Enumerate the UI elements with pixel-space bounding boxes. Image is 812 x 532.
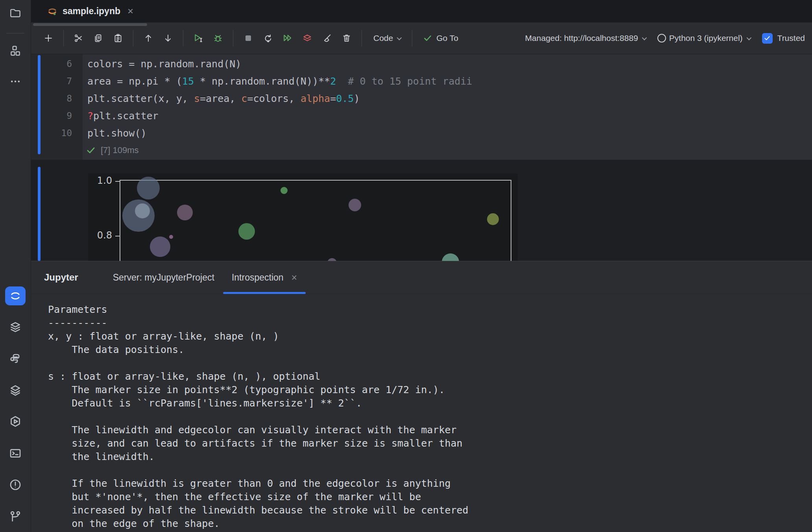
y-tick-label: 1.0 (88, 175, 112, 186)
debug-cell-button[interactable] (210, 31, 225, 46)
close-tab-icon[interactable]: × (292, 272, 297, 283)
add-cell-button[interactable] (41, 31, 56, 46)
chevron-down-icon (642, 35, 647, 40)
notebook-toolbar: Code Go To Managed: http://localhost:888… (31, 22, 812, 54)
copy-cell-button[interactable] (91, 31, 106, 46)
python-packages-icon[interactable] (5, 349, 26, 368)
check-icon (423, 33, 432, 43)
code-text: plt.scatter(x, y, s=area, c=colors, alph… (72, 93, 360, 104)
version-control-icon[interactable] (5, 507, 26, 526)
jupyter-tool-window: Jupyter Server: myJupyterProject Introsp… (31, 261, 812, 532)
sidebar-divider (6, 33, 24, 33)
problems-icon[interactable] (5, 475, 26, 494)
scatter-bubble (135, 203, 150, 218)
trusted-label: Trusted (777, 33, 805, 43)
scatter-bubble (177, 205, 193, 220)
clear-outputs-button[interactable] (319, 31, 334, 46)
more-tool-windows-icon[interactable] (5, 72, 26, 91)
ide-window: sample.ipynb × (0, 0, 812, 532)
terminal-icon[interactable] (5, 444, 26, 463)
goto-button[interactable]: Go To (420, 33, 461, 43)
chevron-down-icon (397, 35, 402, 40)
shutdown-kernel-button[interactable] (300, 31, 315, 46)
run-all-cells-button[interactable] (280, 31, 295, 46)
cell-exec-status: [7] 109ms (86, 142, 139, 159)
activity-bar (0, 0, 31, 532)
code-line[interactable]: 7area = np.pi * (15 * np.random.rand(N))… (31, 72, 812, 90)
services-icon[interactable] (5, 412, 26, 431)
server-label: Managed: http://localhost:8889 (525, 33, 638, 43)
move-cell-down-button[interactable] (161, 31, 175, 46)
kernel-status-icon (657, 34, 666, 42)
y-tick-mark (115, 181, 120, 182)
scatter-bubble (238, 223, 255, 240)
tool-window-title: Jupyter (44, 272, 78, 283)
paste-cell-button[interactable] (111, 31, 125, 46)
scatter-bubble (137, 177, 160, 200)
stop-kernel-button[interactable] (241, 31, 256, 46)
line-number: 9 (31, 111, 72, 121)
introspection-doc-text: Parameters ---------- x, y : float or ar… (48, 303, 469, 530)
jupyter-icon[interactable] (5, 286, 26, 305)
horizontal-scrollbar[interactable] (33, 23, 147, 26)
line-number: 6 (31, 59, 72, 69)
structure-icon[interactable] (5, 41, 26, 60)
code-lines: 6colors = np.random.rand(N)7area = np.pi… (31, 55, 812, 142)
tab-sample-ipynb[interactable]: sample.ipynb × (43, 0, 137, 22)
code-line[interactable]: 9?plt.scatter (31, 107, 812, 124)
scatter-bubble (169, 235, 173, 239)
scatter-plot-output: 1.00.8 (88, 174, 518, 261)
toolbar-separator (133, 30, 133, 46)
jupyter-file-icon (47, 6, 58, 17)
tab-close-icon[interactable]: × (127, 5, 133, 17)
toolbar-separator (63, 30, 64, 46)
kernel-label: Python 3 (ipykernel) (669, 33, 743, 43)
toolbar-separator (362, 30, 362, 46)
cut-cell-button[interactable] (71, 31, 86, 46)
toolbar-separator (412, 30, 412, 46)
cell-type-dropdown[interactable]: Code (369, 33, 404, 43)
datasets-icon[interactable] (5, 318, 26, 337)
delete-cell-button[interactable] (339, 31, 354, 46)
server-tab-label: Server: myJupyterProject (113, 272, 214, 283)
cell-selection-bar (38, 55, 41, 154)
project-icon[interactable] (5, 4, 26, 23)
code-line[interactable]: 10plt.show() (31, 124, 812, 142)
code-text: ?plt.scatter (72, 110, 159, 122)
trusted-checkbox[interactable]: Trusted (762, 33, 805, 44)
cell-type-label: Code (373, 33, 393, 43)
code-text: area = np.pi * (15 * np.random.rand(N))*… (72, 76, 472, 87)
tab-title: sample.ipynb (63, 6, 120, 17)
restart-kernel-button[interactable] (260, 31, 275, 46)
layers-icon[interactable] (5, 381, 26, 399)
scatter-bubble (487, 213, 499, 225)
toolbar-separator (183, 30, 183, 46)
kernel-dropdown[interactable]: Python 3 (ipykernel) (657, 33, 750, 43)
output-selection-bar (38, 167, 41, 261)
move-cell-up-button[interactable] (141, 31, 156, 46)
line-number: 10 (31, 128, 72, 138)
scatter-bubble (150, 236, 170, 257)
code-text: colors = np.random.rand(N) (72, 58, 241, 70)
exec-status-text: [7] 109ms (101, 145, 139, 155)
plot-axes-frame (120, 180, 511, 261)
code-text: plt.show() (72, 127, 147, 139)
toolbar-right-group: Managed: http://localhost:8889 Python 3 … (525, 33, 812, 44)
run-cell-button[interactable] (191, 31, 206, 46)
code-line[interactable]: 6colors = np.random.rand(N) (31, 55, 812, 72)
checkbox-checked-icon (762, 33, 773, 44)
code-line[interactable]: 8plt.scatter(x, y, s=area, c=colors, alp… (31, 90, 812, 107)
scatter-bubble (281, 187, 288, 194)
exec-success-icon (86, 145, 96, 155)
line-number: 8 (31, 93, 72, 103)
server-dropdown[interactable]: Managed: http://localhost:8889 (525, 33, 646, 43)
chevron-down-icon (746, 35, 751, 40)
scatter-bubble (349, 199, 361, 211)
line-number: 7 (31, 76, 72, 86)
introspection-tab-label: Introspection (232, 272, 284, 283)
tab-introspection[interactable]: Introspection × (223, 261, 306, 294)
editor-tab-bar: sample.ipynb × (31, 0, 812, 22)
tool-window-header: Jupyter Server: myJupyterProject Introsp… (31, 261, 812, 294)
y-tick-mark (115, 236, 120, 236)
tab-server[interactable]: Server: myJupyterProject (104, 261, 223, 294)
